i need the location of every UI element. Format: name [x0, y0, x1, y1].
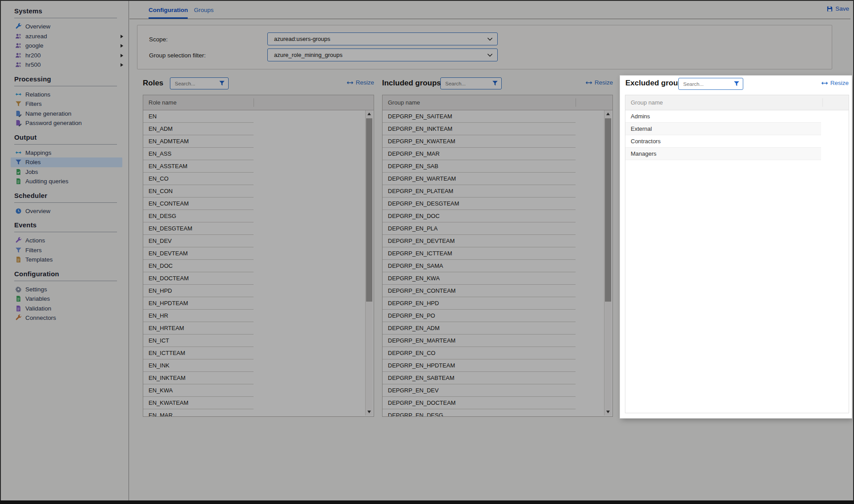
- excluded-table: Group name AdminsExternalContractorsMana…: [625, 95, 849, 413]
- excluded-search-box: [678, 78, 743, 90]
- excluded-table-body: AdminsExternalContractorsManagers: [625, 110, 849, 413]
- filter-funnel-icon[interactable]: [733, 81, 740, 87]
- column-header: Group name: [625, 95, 849, 110]
- horizontal-resize-icon: [821, 81, 828, 85]
- window-bottom-frame: [0, 500, 854, 504]
- excluded-search-input[interactable]: [682, 79, 733, 89]
- table-row[interactable]: External: [625, 123, 821, 135]
- excluded-title: Excluded groups: [625, 79, 687, 88]
- excluded-table-header: Group name: [625, 95, 849, 110]
- excluded-resize-button[interactable]: Resize: [821, 80, 849, 86]
- main-content: Configuration Groups Save Scope: azuread…: [129, 1, 853, 500]
- excluded-panel-header: Excluded groups Resize: [625, 78, 849, 90]
- table-row[interactable]: Managers: [625, 148, 821, 160]
- column-divider: [822, 98, 823, 107]
- table-row[interactable]: Admins: [625, 110, 821, 123]
- excluded-panel: Excluded groups Resize Group name Admins…: [620, 76, 852, 418]
- table-row[interactable]: Contractors: [625, 135, 821, 148]
- app-window: Systems Overview azuread google hr200: [0, 0, 854, 504]
